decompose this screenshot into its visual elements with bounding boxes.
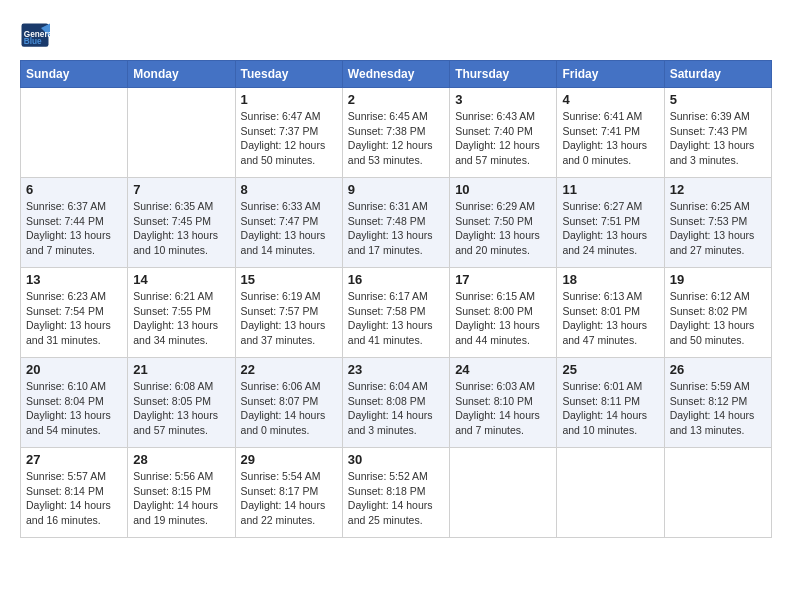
day-number: 22 <box>241 362 337 377</box>
day-number: 1 <box>241 92 337 107</box>
day-number: 12 <box>670 182 766 197</box>
calendar-header-monday: Monday <box>128 61 235 88</box>
calendar-cell: 21Sunrise: 6:08 AMSunset: 8:05 PMDayligh… <box>128 358 235 448</box>
calendar-cell: 15Sunrise: 6:19 AMSunset: 7:57 PMDayligh… <box>235 268 342 358</box>
day-number: 11 <box>562 182 658 197</box>
calendar-cell: 22Sunrise: 6:06 AMSunset: 8:07 PMDayligh… <box>235 358 342 448</box>
calendar-header-tuesday: Tuesday <box>235 61 342 88</box>
calendar-cell: 9Sunrise: 6:31 AMSunset: 7:48 PMDaylight… <box>342 178 449 268</box>
calendar-week-row: 13Sunrise: 6:23 AMSunset: 7:54 PMDayligh… <box>21 268 772 358</box>
day-info: Sunrise: 6:15 AMSunset: 8:00 PMDaylight:… <box>455 289 551 348</box>
day-info: Sunrise: 5:52 AMSunset: 8:18 PMDaylight:… <box>348 469 444 528</box>
day-number: 3 <box>455 92 551 107</box>
calendar-cell: 14Sunrise: 6:21 AMSunset: 7:55 PMDayligh… <box>128 268 235 358</box>
day-info: Sunrise: 6:06 AMSunset: 8:07 PMDaylight:… <box>241 379 337 438</box>
day-info: Sunrise: 6:43 AMSunset: 7:40 PMDaylight:… <box>455 109 551 168</box>
calendar-cell: 8Sunrise: 6:33 AMSunset: 7:47 PMDaylight… <box>235 178 342 268</box>
calendar-header-thursday: Thursday <box>450 61 557 88</box>
calendar-cell: 1Sunrise: 6:47 AMSunset: 7:37 PMDaylight… <box>235 88 342 178</box>
day-number: 17 <box>455 272 551 287</box>
day-number: 19 <box>670 272 766 287</box>
day-number: 4 <box>562 92 658 107</box>
day-number: 29 <box>241 452 337 467</box>
calendar-cell: 26Sunrise: 5:59 AMSunset: 8:12 PMDayligh… <box>664 358 771 448</box>
day-info: Sunrise: 6:01 AMSunset: 8:11 PMDaylight:… <box>562 379 658 438</box>
calendar-header-friday: Friday <box>557 61 664 88</box>
day-info: Sunrise: 6:21 AMSunset: 7:55 PMDaylight:… <box>133 289 229 348</box>
day-number: 15 <box>241 272 337 287</box>
logo: General Blue <box>20 20 54 50</box>
day-info: Sunrise: 6:13 AMSunset: 8:01 PMDaylight:… <box>562 289 658 348</box>
calendar-cell: 4Sunrise: 6:41 AMSunset: 7:41 PMDaylight… <box>557 88 664 178</box>
calendar-cell <box>21 88 128 178</box>
calendar-cell: 23Sunrise: 6:04 AMSunset: 8:08 PMDayligh… <box>342 358 449 448</box>
calendar-cell: 12Sunrise: 6:25 AMSunset: 7:53 PMDayligh… <box>664 178 771 268</box>
day-info: Sunrise: 6:08 AMSunset: 8:05 PMDaylight:… <box>133 379 229 438</box>
calendar-cell <box>450 448 557 538</box>
calendar-header-row: SundayMondayTuesdayWednesdayThursdayFrid… <box>21 61 772 88</box>
day-number: 26 <box>670 362 766 377</box>
day-info: Sunrise: 5:54 AMSunset: 8:17 PMDaylight:… <box>241 469 337 528</box>
calendar-cell: 13Sunrise: 6:23 AMSunset: 7:54 PMDayligh… <box>21 268 128 358</box>
day-number: 23 <box>348 362 444 377</box>
day-number: 30 <box>348 452 444 467</box>
day-info: Sunrise: 6:17 AMSunset: 7:58 PMDaylight:… <box>348 289 444 348</box>
day-info: Sunrise: 6:10 AMSunset: 8:04 PMDaylight:… <box>26 379 122 438</box>
calendar-cell: 17Sunrise: 6:15 AMSunset: 8:00 PMDayligh… <box>450 268 557 358</box>
day-number: 8 <box>241 182 337 197</box>
day-info: Sunrise: 5:57 AMSunset: 8:14 PMDaylight:… <box>26 469 122 528</box>
day-info: Sunrise: 6:35 AMSunset: 7:45 PMDaylight:… <box>133 199 229 258</box>
page-header: General Blue <box>20 20 772 50</box>
day-info: Sunrise: 6:23 AMSunset: 7:54 PMDaylight:… <box>26 289 122 348</box>
day-info: Sunrise: 6:33 AMSunset: 7:47 PMDaylight:… <box>241 199 337 258</box>
calendar-cell: 24Sunrise: 6:03 AMSunset: 8:10 PMDayligh… <box>450 358 557 448</box>
day-number: 24 <box>455 362 551 377</box>
calendar-cell: 11Sunrise: 6:27 AMSunset: 7:51 PMDayligh… <box>557 178 664 268</box>
day-number: 7 <box>133 182 229 197</box>
day-number: 16 <box>348 272 444 287</box>
calendar-week-row: 27Sunrise: 5:57 AMSunset: 8:14 PMDayligh… <box>21 448 772 538</box>
calendar-header-saturday: Saturday <box>664 61 771 88</box>
calendar-cell: 30Sunrise: 5:52 AMSunset: 8:18 PMDayligh… <box>342 448 449 538</box>
logo-icon: General Blue <box>20 20 50 50</box>
day-info: Sunrise: 6:12 AMSunset: 8:02 PMDaylight:… <box>670 289 766 348</box>
day-number: 27 <box>26 452 122 467</box>
day-number: 13 <box>26 272 122 287</box>
calendar-cell: 25Sunrise: 6:01 AMSunset: 8:11 PMDayligh… <box>557 358 664 448</box>
day-number: 14 <box>133 272 229 287</box>
calendar-header-wednesday: Wednesday <box>342 61 449 88</box>
day-info: Sunrise: 5:59 AMSunset: 8:12 PMDaylight:… <box>670 379 766 438</box>
day-number: 5 <box>670 92 766 107</box>
calendar-cell <box>664 448 771 538</box>
day-info: Sunrise: 6:47 AMSunset: 7:37 PMDaylight:… <box>241 109 337 168</box>
calendar-cell: 18Sunrise: 6:13 AMSunset: 8:01 PMDayligh… <box>557 268 664 358</box>
calendar-table: SundayMondayTuesdayWednesdayThursdayFrid… <box>20 60 772 538</box>
day-info: Sunrise: 6:04 AMSunset: 8:08 PMDaylight:… <box>348 379 444 438</box>
day-number: 9 <box>348 182 444 197</box>
calendar-cell: 27Sunrise: 5:57 AMSunset: 8:14 PMDayligh… <box>21 448 128 538</box>
day-info: Sunrise: 6:03 AMSunset: 8:10 PMDaylight:… <box>455 379 551 438</box>
calendar-week-row: 20Sunrise: 6:10 AMSunset: 8:04 PMDayligh… <box>21 358 772 448</box>
day-info: Sunrise: 5:56 AMSunset: 8:15 PMDaylight:… <box>133 469 229 528</box>
day-number: 25 <box>562 362 658 377</box>
calendar-cell: 3Sunrise: 6:43 AMSunset: 7:40 PMDaylight… <box>450 88 557 178</box>
day-info: Sunrise: 6:45 AMSunset: 7:38 PMDaylight:… <box>348 109 444 168</box>
day-info: Sunrise: 6:39 AMSunset: 7:43 PMDaylight:… <box>670 109 766 168</box>
calendar-cell: 7Sunrise: 6:35 AMSunset: 7:45 PMDaylight… <box>128 178 235 268</box>
calendar-cell: 19Sunrise: 6:12 AMSunset: 8:02 PMDayligh… <box>664 268 771 358</box>
calendar-header-sunday: Sunday <box>21 61 128 88</box>
calendar-week-row: 1Sunrise: 6:47 AMSunset: 7:37 PMDaylight… <box>21 88 772 178</box>
calendar-cell <box>557 448 664 538</box>
day-info: Sunrise: 6:19 AMSunset: 7:57 PMDaylight:… <box>241 289 337 348</box>
day-number: 21 <box>133 362 229 377</box>
calendar-cell: 28Sunrise: 5:56 AMSunset: 8:15 PMDayligh… <box>128 448 235 538</box>
day-info: Sunrise: 6:41 AMSunset: 7:41 PMDaylight:… <box>562 109 658 168</box>
day-number: 6 <box>26 182 122 197</box>
calendar-cell: 20Sunrise: 6:10 AMSunset: 8:04 PMDayligh… <box>21 358 128 448</box>
day-info: Sunrise: 6:31 AMSunset: 7:48 PMDaylight:… <box>348 199 444 258</box>
calendar-cell: 16Sunrise: 6:17 AMSunset: 7:58 PMDayligh… <box>342 268 449 358</box>
day-number: 20 <box>26 362 122 377</box>
calendar-week-row: 6Sunrise: 6:37 AMSunset: 7:44 PMDaylight… <box>21 178 772 268</box>
calendar-cell: 6Sunrise: 6:37 AMSunset: 7:44 PMDaylight… <box>21 178 128 268</box>
day-number: 18 <box>562 272 658 287</box>
